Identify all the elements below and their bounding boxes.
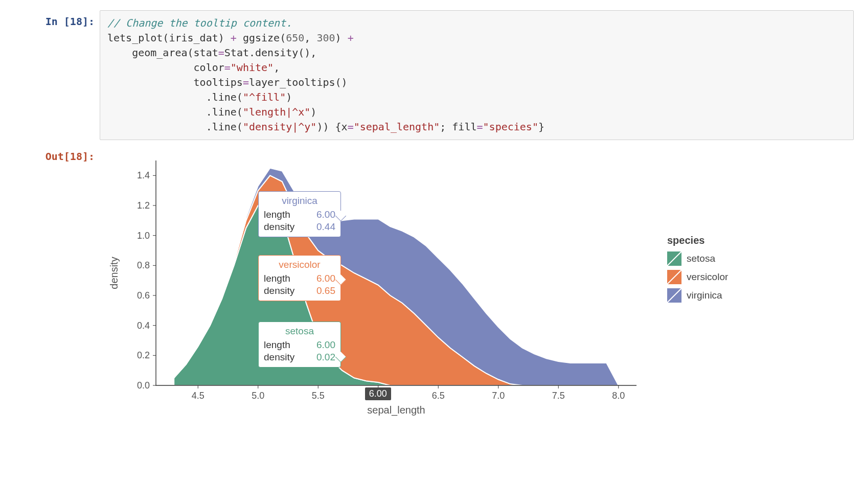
tooltip-versicolor: versicolor length6.00 density0.65 [258,255,341,301]
svg-text:sepal_length: sepal_length [367,404,425,416]
legend-title: species [667,235,728,246]
svg-text:0.0: 0.0 [137,380,150,391]
svg-text:7.5: 7.5 [552,391,565,401]
svg-text:4.5: 4.5 [192,391,204,401]
chart-wrap: 0.00.20.40.60.81.01.21.44.55.05.56.06.57… [100,150,854,434]
legend: species setosa versicolor virginica [652,150,728,307]
svg-text:7.0: 7.0 [492,391,505,401]
svg-text:6.5: 6.5 [432,391,445,401]
svg-text:0.4: 0.4 [137,320,150,331]
chart-plot-area[interactable]: 0.00.20.40.60.81.01.21.44.55.05.56.06.57… [100,150,652,434]
legend-item-setosa[interactable]: setosa [667,251,728,266]
legend-item-virginica[interactable]: virginica [667,288,728,303]
svg-text:1.4: 1.4 [137,170,150,180]
svg-text:1.2: 1.2 [137,200,150,211]
code-comment: // Change the tooltip content. [107,17,292,29]
tooltip-virginica: virginica length6.00 density0.44 [258,191,341,237]
legend-item-versicolor[interactable]: versicolor [667,270,728,284]
svg-text:5.0: 5.0 [252,391,264,401]
svg-text:5.5: 5.5 [312,391,325,401]
svg-text:8.0: 8.0 [612,391,625,401]
legend-swatch-icon [667,251,681,266]
output-cell: Out[18]: 0.00.20.40.60.81.01.21.44.55.05… [10,145,854,434]
input-cell: In [18]: // Change the tooltip content. … [10,10,854,140]
svg-text:0.2: 0.2 [137,350,150,360]
legend-swatch-icon [667,288,681,303]
x-axis-marker: 6.00 [365,387,391,400]
legend-swatch-icon [667,270,681,284]
svg-text:0.6: 0.6 [137,290,150,301]
tooltip-setosa: setosa length6.00 density0.02 [258,322,341,368]
out-prompt: Out[18]: [46,150,95,163]
svg-text:0.8: 0.8 [137,260,150,270]
code-area[interactable]: // Change the tooltip content. lets_plot… [100,10,854,140]
in-prompt: In [18]: [46,15,95,28]
svg-text:1.0: 1.0 [137,231,150,241]
svg-text:density: density [108,257,120,289]
